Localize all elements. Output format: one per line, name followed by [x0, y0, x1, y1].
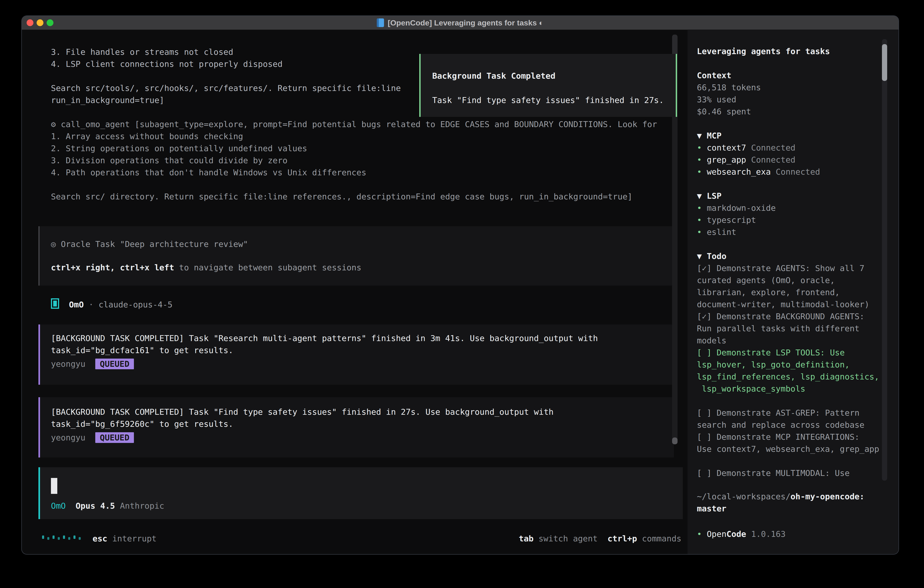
task1-status-badge: QUEUED	[95, 358, 134, 369]
lsp-item-markdown-oxide: • markdown-oxide	[697, 202, 776, 214]
text-cursor	[51, 478, 57, 494]
interrupt-hint: esc interrupt	[92, 532, 157, 545]
mcp-status: Connected	[776, 167, 820, 177]
bullet-icon: •	[697, 143, 702, 152]
agent-model: claude-opus-4-5	[99, 300, 172, 309]
sidebar-scrollbar-thumb[interactable]	[882, 44, 887, 81]
bullet-icon: •	[697, 215, 702, 225]
context-header: Context	[697, 69, 731, 81]
gear-icon: ⚙	[51, 120, 56, 129]
ctrlp-key-hint: ctrl+p	[607, 534, 637, 543]
context-spent: $0.46 spent	[697, 106, 751, 117]
mcp-status: Connected	[751, 143, 795, 152]
task2-line2: task_id="bg_6f59260c" to get results.	[51, 418, 233, 430]
transcript-line: Search src/tools/, src/hooks/, src/featu…	[51, 82, 401, 94]
toast-title: Background Task Completed	[432, 70, 556, 82]
input-agent-name: OmO	[51, 501, 66, 510]
todo-line-active: [ ] Demonstrate LSP TOOLS: Use	[697, 347, 845, 358]
transcript-line: 1. Array access without bounds checking	[51, 130, 243, 142]
transcript-line: run_in_background=true]	[51, 94, 164, 106]
transcript-line: Search src/ directory. Return specific f…	[51, 190, 632, 203]
bullet-icon: •	[697, 227, 702, 237]
toast-body: Task "Find type safety issues" finished …	[432, 94, 664, 106]
mcp-item-context7: • context7 Connected	[697, 142, 795, 154]
agent-header: OmO · claude-opus-4-5	[51, 298, 173, 311]
todo-line: curated agents (OmO, oracle,	[697, 274, 835, 286]
input-provider-name: Anthropic	[120, 501, 164, 510]
todo-line: models	[697, 334, 726, 347]
workspace-path: ~/local-workspaces/oh-my-opencode:	[697, 491, 865, 502]
task2-status-badge: QUEUED	[95, 432, 134, 443]
todo-line: [✓] Demonstrate AGENTS: Show all 7	[697, 262, 865, 274]
esc-key-hint: esc	[92, 534, 107, 543]
close-window-button[interactable]	[26, 19, 33, 26]
todo-line: [ ] Demonstrate MCP INTEGRATIONS:	[697, 431, 860, 443]
todo-section-header[interactable]: ▼ Todo	[697, 250, 726, 262]
lsp-item-typescript: • typescript	[697, 214, 756, 226]
oracle-task-line: ◎ Oracle Task "Deep architecture review"	[51, 238, 248, 250]
main-scrollbar-track-top[interactable]	[672, 35, 678, 56]
title-bar: [OpenCode] Leveraging agents for tasks ◐	[22, 16, 899, 30]
oracle-task-panel	[38, 226, 673, 286]
todo-line: document-writer, multimodal-looker)	[697, 298, 870, 311]
todo-line: librarian, explore, frontend,	[697, 286, 840, 298]
spinner-icon	[42, 535, 81, 539]
todo-line: [ ] Demonstrate MULTIMODAL: Use	[697, 467, 850, 479]
background-task-toast	[419, 54, 677, 117]
sidebar-scrollbar-track[interactable]	[882, 39, 887, 481]
todo-line: [✓] Demonstrate BACKGROUND AGENTS:	[697, 311, 865, 322]
bullet-icon: •	[697, 155, 702, 164]
input-model-row: OmO Opus 4.5 Anthropic	[51, 500, 164, 512]
todo-line: Run parallel tasks with different	[697, 322, 860, 334]
task1-line1: [BACKGROUND TASK COMPLETED] Task "Resear…	[51, 332, 598, 344]
todo-line: Use context7, websearch_exa, grep_app	[697, 443, 879, 455]
transcript-line: 4. LSP client connections not properly d…	[51, 58, 283, 70]
chevron-down-icon: ▼	[697, 191, 702, 201]
tool-call-text: call_omo_agent [subagent_type=explore, p…	[61, 120, 657, 129]
chevron-down-icon: ▼	[697, 251, 702, 261]
todo-line-active: lsp_hover, lsp_goto_definition,	[697, 358, 850, 371]
mcp-section-header[interactable]: ▼ MCP	[697, 130, 721, 142]
terminal-window: [OpenCode] Leveraging agents for tasks ◐…	[21, 15, 899, 555]
omo-agent-icon	[51, 298, 59, 309]
mcp-status: Connected	[751, 155, 795, 164]
main-scrollbar-thumb[interactable]	[672, 438, 678, 444]
version-row: • OpenCode 1.0.163	[697, 528, 785, 540]
terminal-content: 3. File handles or streams not closed 4.…	[22, 30, 899, 554]
lsp-section-header[interactable]: ▼ LSP	[697, 190, 721, 202]
oracle-keys: ctrl+x right, ctrl+x left	[51, 263, 174, 272]
window-title: [OpenCode] Leveraging agents for tasks ◐	[388, 18, 544, 27]
task1-user: yeongyu	[51, 359, 86, 368]
tool-call-line: ⚙ call_omo_agent [subagent_type=explore,…	[51, 118, 657, 130]
oracle-icon: ◎	[51, 239, 56, 249]
tab-key-hint: tab	[519, 534, 534, 543]
lsp-item-eslint: • eslint	[697, 226, 736, 238]
transcript-line: 3. File handles or streams not closed	[51, 46, 233, 58]
todo-line: search and replace across codebase	[697, 419, 865, 431]
todo-line: [ ] Demonstrate AST-GREP: Pattern	[697, 407, 860, 419]
workspace-branch: master	[697, 502, 726, 515]
oracle-hint-line: ctrl+x right, ctrl+x left to navigate be…	[51, 261, 361, 274]
agent-name: OmO	[69, 300, 84, 309]
mcp-item-websearch-exa: • websearch_exa Connected	[697, 166, 820, 178]
version-number: 1.0.163	[751, 529, 785, 538]
zoom-window-button[interactable]	[46, 19, 53, 26]
transcript-line: 2. String operations on potentially unde…	[51, 142, 307, 154]
oracle-hint: to navigate between subagent sessions	[174, 263, 361, 272]
oracle-label: Oracle Task "Deep architecture review"	[61, 239, 248, 249]
task2-meta: yeongyu QUEUED	[51, 431, 134, 444]
bullet-icon: •	[697, 167, 702, 177]
bullet-icon: •	[697, 203, 702, 213]
bullet-icon: •	[697, 529, 702, 538]
chevron-down-icon: ▼	[697, 131, 702, 140]
task1-meta: yeongyu QUEUED	[51, 358, 134, 370]
document-icon	[377, 18, 384, 27]
task2-user: yeongyu	[51, 433, 86, 442]
transcript-line: 4. Path operations that don't handle Win…	[51, 167, 366, 178]
minimize-window-button[interactable]	[36, 19, 43, 26]
context-tokens: 66,518 tokens	[697, 81, 761, 93]
context-used: 33% used	[697, 93, 736, 106]
task1-line2: task_id="bg_dcfac161" to get results.	[51, 344, 233, 356]
mcp-item-grep-app: • grep_app Connected	[697, 154, 795, 166]
todo-line-active: lsp_workspace_symbols	[697, 383, 805, 395]
